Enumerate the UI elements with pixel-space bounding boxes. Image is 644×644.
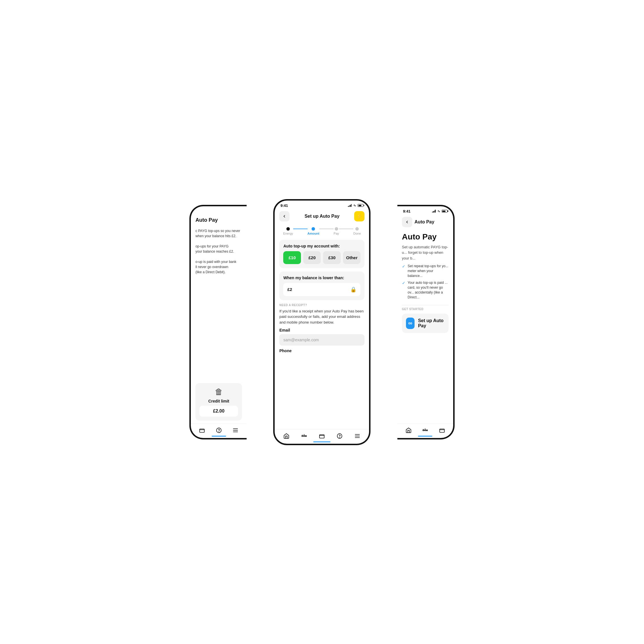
center-content: Auto top-up my account with: £10 £20 £30… — [275, 237, 369, 429]
step-dot-amount — [312, 227, 315, 231]
right-bottom-nav — [397, 423, 453, 438]
credit-limit-label: Credit limit — [208, 399, 229, 403]
right-description: Set up automatic PAYG top-u... forget to… — [402, 244, 449, 261]
step-label-pay: Pay — [334, 232, 339, 235]
right-nav-graph-icon[interactable] — [420, 426, 431, 435]
check-mark-1: ✓ — [402, 264, 405, 269]
svg-point-11 — [340, 437, 340, 437]
step-line-1 — [293, 229, 308, 229]
nav-menu-icon[interactable] — [230, 426, 241, 435]
right-nav-bar: Auto Pay — [397, 215, 453, 229]
balance-input-row: £2 🔒 — [283, 283, 360, 296]
phone-left: Auto Pay c PAYG top-ups so you never whe… — [189, 205, 247, 439]
nav-payment-icon[interactable] — [197, 426, 207, 435]
svg-point-16 — [425, 430, 426, 431]
right-signal-icon — [432, 210, 436, 213]
left-desc: c PAYG top-ups so you never when your ba… — [195, 228, 242, 275]
step-amount: Amount — [308, 227, 320, 235]
nav-help2-icon[interactable] — [334, 432, 345, 440]
nav-menu2-icon[interactable] — [352, 432, 363, 440]
amount-btn-10[interactable]: £10 — [283, 251, 301, 264]
right-back-button[interactable] — [402, 217, 412, 227]
nav-home-icon[interactable] — [281, 432, 292, 440]
check-item-2: ✓ Your auto top-up is paid ... card, so … — [402, 280, 449, 300]
stepper: Energy Amount Pay Done — [275, 224, 369, 237]
phone-center: 9:41 ∿ Set up Auto Pay — [273, 199, 370, 445]
right-status-icons: ∿ — [432, 209, 447, 213]
right-content: Auto Pay Set up automatic PAYG top-u... … — [397, 229, 453, 423]
receipt-section: NEED A RECEIPT? If you'd like a receipt … — [279, 304, 364, 355]
balance-card: When my balance is lower than: £2 🔒 — [279, 272, 364, 300]
wifi-icon: ∿ — [353, 204, 356, 207]
back-button[interactable] — [279, 211, 290, 221]
status-bar: 9:41 ∿ — [275, 201, 369, 209]
step-label-energy: Energy — [283, 232, 293, 235]
topup-card: Auto top-up my account with: £10 £20 £30… — [279, 240, 364, 268]
left-bottom-nav — [191, 423, 247, 438]
step-label-amount: Amount — [308, 232, 320, 235]
scene: Auto Pay c PAYG top-ups so you never whe… — [171, 171, 474, 474]
right-page-title: Auto Pay — [402, 232, 449, 241]
phone-label: Phone — [279, 348, 364, 353]
right-status-bar: 9:41 ∿ — [397, 206, 453, 215]
email-label: Email — [279, 328, 364, 332]
time: 9:41 — [280, 203, 288, 208]
step-dot-pay — [335, 227, 338, 231]
balance-value: £2 — [287, 287, 292, 292]
step-line-2 — [319, 229, 334, 229]
svg-rect-18 — [439, 429, 444, 432]
check-text-1: Set repeat top-ups for yo... meter when … — [408, 264, 449, 278]
svg-point-6 — [302, 435, 303, 437]
balance-card-title: When my balance is lower than: — [283, 276, 360, 280]
check-mark-2: ✓ — [402, 281, 405, 285]
step-energy: Energy — [283, 227, 293, 235]
right-nav-title: Auto Pay — [415, 219, 434, 225]
right-time: 9:41 — [403, 209, 411, 213]
check-item-1: ✓ Set repeat top-ups for yo... meter whe… — [402, 264, 449, 278]
left-phone-content: c PAYG top-ups so you never when your ba… — [191, 225, 247, 423]
signal-icon — [348, 204, 352, 207]
setup-autopay-button[interactable]: ∞ Set up Auto Pay — [402, 314, 449, 333]
right-battery-icon — [442, 210, 447, 213]
check-list: ✓ Set repeat top-ups for yo... meter whe… — [402, 264, 449, 300]
amount-buttons: £10 £20 £30 Other — [283, 251, 360, 264]
amount-btn-20[interactable]: £20 — [303, 251, 321, 264]
setup-btn-label: Set up Auto Pay — [418, 318, 445, 328]
nav-help-icon[interactable] — [213, 426, 224, 435]
status-icons: ∿ — [348, 204, 363, 207]
lock-icon: 🔒 — [350, 286, 356, 293]
right-wifi-icon: ∿ — [437, 209, 440, 213]
topup-card-title: Auto top-up my account with: — [283, 244, 360, 248]
nav-bar: Set up Auto Pay ⚡ — [275, 209, 369, 224]
svg-point-15 — [423, 430, 424, 431]
svg-rect-0 — [200, 429, 205, 432]
amount-btn-30[interactable]: £30 — [323, 251, 341, 264]
svg-rect-9 — [320, 435, 324, 438]
left-page-title: Auto Pay — [195, 217, 218, 223]
receipt-header: NEED A RECEIPT? — [279, 304, 364, 307]
receipt-body: If you'd like a receipt when your Auto P… — [279, 308, 364, 325]
nav-title: Set up Auto Pay — [290, 214, 354, 219]
setup-btn-icon: ∞ — [406, 318, 415, 329]
svg-point-7 — [304, 435, 305, 437]
step-pay: Pay — [334, 227, 339, 235]
nav-payment2-icon[interactable] — [316, 432, 327, 440]
amount-btn-other[interactable]: Other — [343, 251, 361, 264]
step-dot-done — [355, 227, 359, 231]
get-started-label: GET STARTED — [402, 305, 449, 311]
step-done: Done — [353, 227, 361, 235]
step-label-done: Done — [353, 232, 361, 235]
lightning-button[interactable]: ⚡ — [354, 211, 364, 221]
email-input[interactable]: sam@example.com — [279, 334, 364, 346]
right-nav-home-icon[interactable] — [403, 426, 414, 435]
right-nav-payment-icon[interactable] — [437, 426, 447, 435]
step-dot-energy — [286, 227, 290, 231]
svg-point-2 — [219, 431, 219, 432]
credit-value: £2.00 — [199, 406, 238, 417]
check-text-2: Your auto top-up is paid ... card, so yo… — [408, 280, 449, 300]
nav-graph-icon[interactable] — [299, 432, 310, 440]
center-bottom-nav — [275, 429, 369, 444]
phone-right: 9:41 ∿ Auto Pay — [397, 205, 455, 439]
step-line-3 — [339, 229, 353, 229]
battery-icon — [358, 204, 363, 207]
